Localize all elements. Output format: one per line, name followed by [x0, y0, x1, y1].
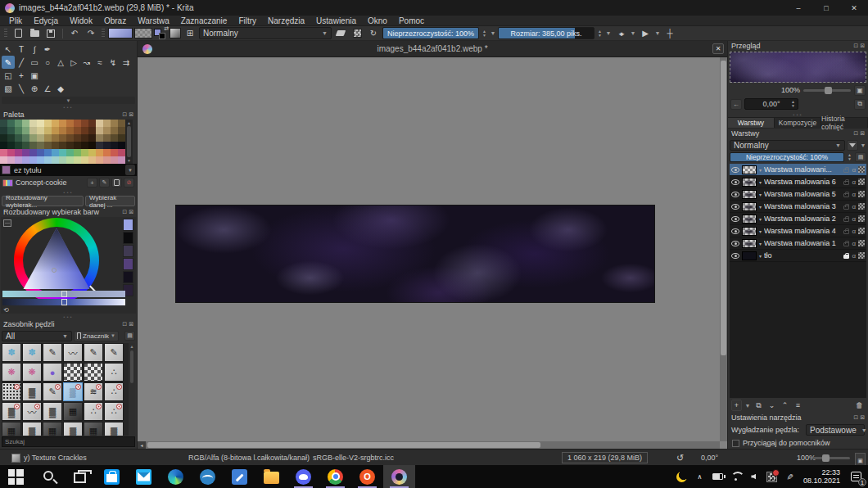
brush-editor-button[interactable]: ⊞	[183, 27, 197, 39]
inherit-alpha-icon[interactable]	[858, 228, 865, 234]
menu-zaznaczanie[interactable]: Zaznaczanie	[175, 16, 233, 26]
palette-swatch[interactable]	[118, 149, 125, 156]
tool-text[interactable]: T	[15, 43, 28, 56]
tool-transform[interactable]: ◱	[2, 69, 15, 82]
edit-swatch-button[interactable]: ✎	[99, 178, 110, 188]
brush-preset-chooser-button[interactable]	[170, 28, 181, 38]
palette-swatch[interactable]	[44, 134, 52, 142]
palette-swatch[interactable]	[111, 156, 118, 164]
brush-preset[interactable]: ●	[43, 363, 62, 382]
palette-swatch[interactable]	[44, 156, 52, 164]
palette-swatch[interactable]	[7, 120, 15, 127]
palette-swatch[interactable]	[103, 120, 111, 127]
palette-swatch[interactable]	[52, 149, 59, 156]
network-icon[interactable]	[730, 472, 741, 482]
brush-preset[interactable]: ✎	[84, 343, 103, 362]
palette-swatch[interactable]	[15, 149, 22, 156]
layer-visibility-icon[interactable]	[731, 192, 739, 197]
layer-lock-icon[interactable]	[843, 169, 849, 173]
menu-ustawienia[interactable]: Ustawienia	[310, 16, 362, 26]
palette-swatch[interactable]	[0, 149, 7, 156]
layer-style-icon[interactable]: ▾	[759, 241, 762, 246]
brush-preset[interactable]	[84, 363, 103, 382]
layer-visibility-icon[interactable]	[731, 253, 739, 259]
tab-advanced-selector[interactable]: Rozbudowany wybierak...	[2, 196, 84, 206]
close-docker-icon[interactable]: ⊠	[129, 321, 133, 328]
palette-swatch[interactable]	[96, 127, 103, 134]
tag-button[interactable]: Znacznik ▼	[74, 331, 119, 341]
close-button[interactable]: ✕	[840, 0, 868, 16]
brush-preset[interactable]: ▦	[63, 402, 83, 421]
menu-narzędzia[interactable]: Narzędzia	[262, 16, 310, 26]
layer-lock-icon[interactable]	[843, 230, 849, 234]
inherit-alpha-icon[interactable]	[858, 191, 865, 197]
inherit-alpha-icon[interactable]	[858, 215, 865, 222]
palette-swatch[interactable]	[111, 142, 118, 149]
rotate-reset-button[interactable]: ←	[730, 99, 742, 110]
undo-button[interactable]: ↶	[67, 27, 82, 39]
tool-measure[interactable]: ∠	[41, 82, 54, 95]
palette-swatch[interactable]	[66, 149, 74, 156]
snap-to-assistants-checkbox[interactable]	[732, 440, 739, 447]
close-docker-icon[interactable]: ⊠	[129, 209, 133, 215]
layer-visibility-icon[interactable]	[731, 179, 739, 185]
tab-kompozycje[interactable]: Kompozycje	[775, 117, 821, 128]
palette-swatch[interactable]	[52, 127, 59, 134]
alpha-lock-icon[interactable]: α	[852, 252, 856, 260]
palette-swatch[interactable]	[7, 149, 15, 156]
fit-view-button[interactable]: ▣	[854, 85, 866, 96]
brush-preset[interactable]: ▓	[63, 422, 83, 436]
palette-swatch[interactable]	[81, 134, 88, 142]
layer-row[interactable]: ▾Warstwa malowania 3α	[730, 201, 866, 213]
palette-swatch[interactable]	[96, 142, 103, 149]
palette-swatch[interactable]	[0, 127, 7, 134]
tool-ellipse[interactable]: ○	[41, 56, 54, 69]
brush-preset[interactable]	[63, 363, 83, 382]
palette-swatch[interactable]	[15, 127, 22, 134]
input-indicator-icon[interactable]	[766, 472, 777, 482]
palette-swatch[interactable]	[59, 127, 66, 134]
palette-swatch[interactable]	[111, 127, 118, 134]
brush-preset[interactable]: ∴	[84, 402, 103, 421]
color-slider-2[interactable]	[2, 299, 125, 305]
palette-swatch[interactable]	[88, 149, 96, 156]
color-slider-1[interactable]	[2, 291, 125, 297]
brush-preset[interactable]: ✎	[104, 343, 124, 362]
palette-swatch[interactable]	[88, 156, 96, 164]
opacity-spinner[interactable]: ▲▼	[481, 27, 488, 39]
palette-swatch[interactable]	[22, 142, 29, 149]
inherit-alpha-icon[interactable]	[858, 178, 865, 185]
move-layer-up-button[interactable]: ⌃	[780, 400, 790, 411]
delete-layer-button[interactable]: 🗑	[854, 400, 865, 411]
palette-swatch[interactable]	[103, 142, 111, 149]
volume-icon[interactable]	[748, 472, 759, 482]
inherit-alpha-icon[interactable]	[858, 252, 865, 259]
menu-widok[interactable]: Widok	[64, 16, 98, 26]
preserve-alpha-button[interactable]	[350, 27, 364, 39]
history-swatch[interactable]	[123, 245, 133, 257]
notification-center-button[interactable]: 1	[843, 465, 868, 488]
palette-swatch[interactable]	[22, 149, 29, 156]
float-docker-icon[interactable]: ⊡	[122, 111, 127, 118]
brush-preset[interactable]: ▦	[2, 422, 21, 436]
brush-filter-combobox[interactable]: All ▼	[2, 331, 72, 341]
float-docker-icon[interactable]: ⊡	[853, 43, 858, 49]
alpha-lock-icon[interactable]: α	[852, 178, 856, 186]
palette-swatch[interactable]	[37, 120, 44, 127]
rotation-spinbox[interactable]: 0,00° ▲▼	[744, 98, 798, 110]
rotation-reset-icon[interactable]: ↺	[676, 450, 684, 466]
close-docker-icon[interactable]: ⊠	[860, 130, 865, 137]
close-document-icon[interactable]: ✕	[712, 43, 724, 54]
layer-visibility-icon[interactable]	[731, 216, 739, 222]
taskbar-krita-button[interactable]	[383, 465, 415, 488]
layer-style-icon[interactable]: ▾	[759, 228, 762, 234]
brush-search-input[interactable]	[2, 436, 135, 447]
palette-swatch[interactable]	[88, 127, 96, 134]
layer-lock-icon[interactable]	[843, 206, 849, 210]
layer-blend-mode-combobox[interactable]: Normalny ▼	[730, 140, 845, 151]
tool-fill[interactable]: ◆	[54, 82, 67, 95]
float-docker-icon[interactable]: ⊡	[853, 130, 858, 137]
palette-swatch[interactable]	[59, 134, 66, 142]
layer-opacity-spinner[interactable]: ▲▼	[846, 151, 853, 164]
layer-style-icon[interactable]: ▾	[759, 216, 762, 222]
